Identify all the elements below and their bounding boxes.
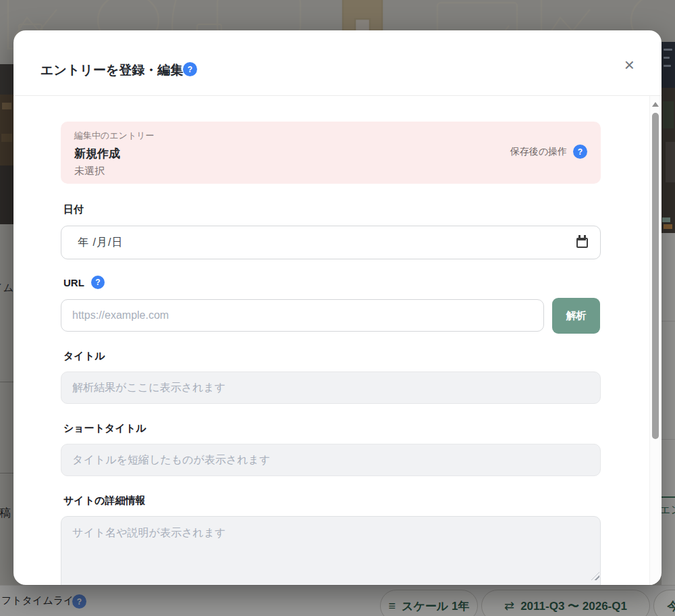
title-input[interactable] bbox=[61, 371, 601, 404]
site-detail-textarea[interactable] bbox=[61, 516, 601, 585]
after-save-label: 保存後の操作 bbox=[510, 146, 567, 158]
short-title-input[interactable] bbox=[61, 444, 601, 476]
modal-scrollbar[interactable] bbox=[649, 96, 660, 585]
modal-title-help-icon[interactable]: ? bbox=[183, 62, 197, 76]
url-label: URL bbox=[63, 277, 84, 288]
url-input[interactable] bbox=[61, 299, 544, 332]
calendar-icon[interactable] bbox=[576, 238, 588, 248]
editing-entry-label: 編集中のエントリー bbox=[74, 130, 155, 142]
after-save-help-icon[interactable]: ? bbox=[573, 145, 587, 159]
editing-entry-name: 新規作成 bbox=[74, 146, 120, 161]
short-title-label: ショートタイトル bbox=[63, 422, 146, 435]
date-input[interactable]: 年 /月/日 bbox=[61, 226, 601, 259]
scrollbar-thumb[interactable] bbox=[652, 113, 659, 439]
editing-entry-status: 未選択 bbox=[74, 165, 105, 178]
editing-entry-box: 編集中のエントリー 新規作成 未選択 保存後の操作 ? bbox=[61, 122, 601, 184]
title-label: タイトル bbox=[63, 350, 105, 363]
entry-edit-modal: エントリーを登録・編集 ? × 編集中のエントリー 新規作成 未選択 保存後の操… bbox=[14, 30, 662, 585]
date-label: 日付 bbox=[63, 203, 84, 216]
close-icon[interactable]: × bbox=[624, 56, 634, 74]
header-divider bbox=[14, 95, 662, 96]
modal-title: エントリーを登録・編集 bbox=[40, 61, 183, 79]
date-input-value: 年 /月/日 bbox=[78, 236, 123, 250]
analyze-button[interactable]: 解析 bbox=[552, 298, 600, 334]
site-detail-label: サイトの詳細情報 bbox=[63, 494, 145, 507]
url-help-icon[interactable]: ? bbox=[91, 276, 105, 289]
scroll-up-arrow-icon[interactable] bbox=[652, 102, 659, 107]
